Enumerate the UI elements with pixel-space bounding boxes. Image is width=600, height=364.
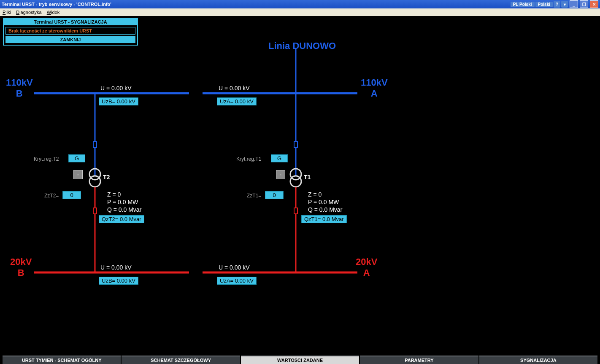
popup-message: Brak łączności ze sterownikiem URST	[5, 27, 135, 35]
uza-top-value[interactable]: UzA= 0.00 kV	[217, 97, 257, 105]
menu-pliki[interactable]: Pliki	[3, 10, 11, 15]
bus-110b-label: 110kVB	[6, 77, 33, 99]
uza-bot-value[interactable]: UzA= 0.00 kV	[217, 277, 257, 285]
menu-diagnostyka[interactable]: Diagnostyka	[16, 10, 42, 15]
svg-rect-5	[93, 142, 97, 148]
qzt1-value[interactable]: QzT1= 0.0 Mvar	[301, 215, 347, 223]
svg-point-10	[290, 176, 301, 187]
tab-wartosci-zadane[interactable]: WARTOŚCI ZADANE	[241, 356, 359, 364]
bus-20b-label: 20kVB	[10, 256, 32, 278]
lang-badge-2[interactable]: Polski	[535, 2, 553, 7]
t1-readings: Z = 0 P = 0.0 MW Q = 0.0 Mvar	[308, 191, 342, 213]
svg-point-8	[89, 176, 100, 187]
t2-readings: Z = 0 P = 0.0 MW Q = 0.0 Mvar	[107, 191, 141, 213]
diagram-svg	[0, 16, 600, 356]
u-a-top: U = 0.00 kV	[219, 85, 250, 92]
u-b-top: U = 0.00 kV	[100, 85, 132, 92]
kryt-t1-value[interactable]: G	[271, 154, 288, 162]
zzt1-value[interactable]: 0	[265, 191, 284, 199]
svg-rect-13	[93, 208, 97, 214]
popup-title: Terminal URST - SYGNALIZACJA	[4, 19, 137, 25]
qzt2-value[interactable]: QzT2= 0.0 Mvar	[99, 215, 144, 223]
lang-badge-1[interactable]: PL Polski	[511, 2, 535, 7]
kryt-t2-value[interactable]: G	[68, 154, 85, 162]
popup-close-button[interactable]: ZAMKNIJ	[5, 36, 135, 43]
title-bar: Terminal URST - tryb serwisowy - 'CONTRO…	[0, 0, 600, 8]
svg-rect-14	[294, 208, 297, 214]
t1-dash-box[interactable]: -	[276, 170, 285, 179]
maximize-button[interactable]: ❐	[580, 0, 588, 8]
kryt-t2-label: Kryt.reg.T2	[34, 156, 59, 162]
bus-110a-label: 110kVA	[361, 77, 388, 99]
help-icon[interactable]: ?	[554, 1, 560, 8]
menu-widok[interactable]: Widok	[47, 10, 60, 15]
t1-label: T1	[304, 174, 311, 181]
tab-parametry[interactable]: PARAMETRY	[360, 356, 478, 364]
uzb-top-value[interactable]: UzB= 0.00 kV	[99, 97, 138, 105]
zzt2-label: ZzT2=	[44, 193, 59, 199]
bottom-tabs: URST TYMIEŃ - SCHEMAT OGÓLNY SCHEMAT SZC…	[0, 356, 600, 364]
svg-rect-6	[294, 142, 297, 148]
u-a-bot: U = 0.00 kV	[219, 264, 250, 271]
zzt1-label: ZzT1=	[247, 193, 261, 199]
kryt-t1-label: Kryt.reg.T1	[236, 156, 261, 162]
line-label: Linia DUNOWO	[268, 40, 336, 51]
uzb-bot-value[interactable]: UzB= 0.00 kV	[99, 277, 138, 285]
minimize-button[interactable]: _	[570, 0, 578, 8]
close-button[interactable]: ✕	[590, 0, 598, 8]
dropdown-icon[interactable]: ▾	[561, 1, 568, 8]
tab-sygnalizacja[interactable]: SYGNALIZACJA	[479, 356, 597, 364]
window-title: Terminal URST - tryb serwisowy - 'CONTRO…	[2, 2, 511, 7]
menu-bar: Pliki Diagnostyka Widok	[0, 8, 600, 16]
scada-diagram: Linia DUNOWO 110kVB 110kVA U = 0.00 kV U…	[0, 16, 600, 356]
bus-20a-label: 20kVA	[356, 256, 377, 278]
tab-schemat-szczegolowy[interactable]: SCHEMAT SZCZEGÓŁOWY	[122, 356, 240, 364]
t2-label: T2	[103, 174, 110, 181]
tab-schemat-ogolny[interactable]: URST TYMIEŃ - SCHEMAT OGÓLNY	[3, 356, 121, 364]
zzt2-value[interactable]: 0	[62, 191, 81, 199]
u-b-bot: U = 0.00 kV	[100, 264, 132, 271]
signal-popup: Terminal URST - SYGNALIZACJA Brak łączno…	[3, 18, 138, 46]
t2-dash-box[interactable]: -	[73, 170, 83, 179]
